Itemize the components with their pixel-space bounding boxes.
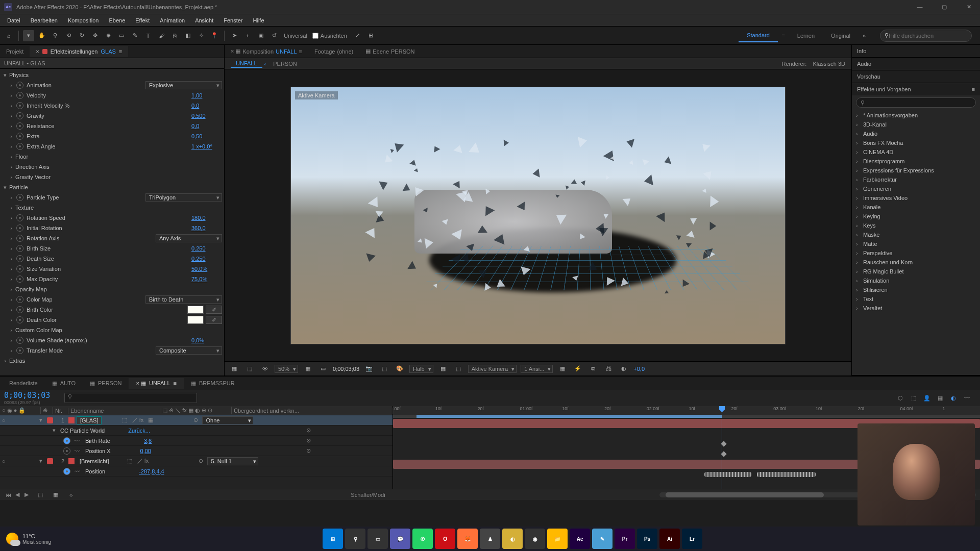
- swatch-birth-color[interactable]: [187, 306, 204, 314]
- taskbar-app-ae[interactable]: Ae: [570, 529, 590, 549]
- draft-3d-icon[interactable]: ⬚: [909, 393, 919, 403]
- draft-icon[interactable]: ⬚: [453, 363, 464, 374]
- stopwatch-icon[interactable]: [16, 112, 23, 119]
- motion-blur-icon[interactable]: ◐: [948, 393, 959, 403]
- workspace-standard[interactable]: Standard: [739, 29, 778, 42]
- effects-category[interactable]: CINEMA 4D: [852, 147, 980, 157]
- menu-animation[interactable]: Animation: [155, 16, 190, 25]
- pixel-aspect-icon[interactable]: ▦: [557, 363, 568, 374]
- menu-ebene[interactable]: Ebene: [104, 16, 130, 25]
- snapshot-icon[interactable]: 📷: [363, 363, 375, 374]
- clone-tool[interactable]: ⎘: [169, 30, 180, 41]
- effect-reset[interactable]: Zurück...: [128, 428, 150, 434]
- stopwatch-icon[interactable]: [16, 235, 23, 242]
- menu-bearbeiten[interactable]: Bearbeiten: [26, 16, 63, 25]
- taskbar-app-ps[interactable]: Ps: [637, 529, 657, 549]
- visibility-toggle[interactable]: ○: [0, 458, 7, 464]
- preview-frame[interactable]: Aktive Kamera: [290, 87, 786, 344]
- expand-icon[interactable]: ▾: [38, 417, 44, 423]
- prev-frame-button[interactable]: ◀: [13, 491, 21, 499]
- tab-auto[interactable]: ▦ AUTO: [45, 378, 83, 389]
- tab-composition[interactable]: × ▦ Komposition UNFALL ≡: [227, 46, 306, 56]
- workspace-lernen[interactable]: Lernen: [789, 30, 823, 42]
- effects-category[interactable]: Boris FX Mocha: [852, 138, 980, 147]
- alpha-icon[interactable]: ▦: [229, 363, 240, 374]
- effects-category[interactable]: Immersives Video: [852, 193, 980, 203]
- workspace-original[interactable]: Original: [823, 30, 859, 42]
- channel-icon[interactable]: ⬚: [244, 363, 255, 374]
- stopwatch-icon[interactable]: [16, 194, 23, 201]
- graph-editor-icon[interactable]: 〰: [962, 393, 972, 403]
- effects-category[interactable]: Generieren: [852, 184, 980, 193]
- expand-icon[interactable]: ▾: [38, 458, 44, 464]
- shy-icon[interactable]: 👤: [922, 393, 932, 403]
- stopwatch-icon[interactable]: [16, 265, 23, 272]
- taskbar-app-app2[interactable]: ◐: [502, 529, 523, 549]
- effects-category[interactable]: Stilisieren: [852, 285, 980, 294]
- guide-icon[interactable]: ▭: [317, 363, 329, 374]
- pen-tool[interactable]: ✎: [129, 30, 140, 41]
- effects-category[interactable]: RG Magic Bullet: [852, 267, 980, 276]
- orbit-tool[interactable]: ⟲: [63, 30, 74, 41]
- schalter-modi-toggle[interactable]: Schalter/Modi: [351, 492, 385, 498]
- timeline-search[interactable]: ⚲: [64, 393, 197, 403]
- taskbar-app-explorer[interactable]: 📁: [547, 529, 568, 549]
- minimize-button[interactable]: —: [913, 4, 927, 10]
- group-opacity-map[interactable]: Opacity Map: [14, 286, 47, 292]
- stopwatch-icon[interactable]: [63, 437, 70, 444]
- current-timecode[interactable]: 0;00;03;03: [4, 391, 50, 400]
- value-extra-angle[interactable]: 1 x+0,0°: [191, 143, 222, 149]
- group-extras[interactable]: Extras: [8, 358, 25, 364]
- expand-icon[interactable]: ›: [8, 286, 14, 292]
- value-resistance[interactable]: 0,0: [191, 123, 222, 129]
- fast-preview-icon[interactable]: ⚡: [572, 363, 583, 374]
- layer-switches[interactable]: ⬚ ／ fx: [127, 457, 188, 465]
- eraser-tool[interactable]: ◧: [182, 30, 193, 41]
- stopwatch-icon[interactable]: [16, 296, 23, 303]
- menu-fenster[interactable]: Fenster: [218, 16, 248, 25]
- taskbar-app-start[interactable]: ⊞: [323, 529, 343, 549]
- comp-flowchart-icon[interactable]: ⬡: [895, 393, 905, 403]
- cycle-tool[interactable]: ↺: [268, 30, 280, 41]
- toggle-switches-icon[interactable]: ⬚: [35, 489, 46, 500]
- expand-icon[interactable]: ▾: [2, 72, 8, 79]
- stopwatch-icon[interactable]: [63, 447, 70, 455]
- comp-tab-person[interactable]: PERSON: [268, 60, 302, 68]
- prop-birth-rate-row[interactable]: 〰 Birth Rate 3,6 ⊙: [0, 436, 393, 446]
- effects-category[interactable]: Rauschen und Korn: [852, 258, 980, 267]
- work-area[interactable]: [416, 415, 722, 418]
- stopwatch-icon[interactable]: [63, 468, 70, 475]
- mask-icon[interactable]: 👁: [259, 363, 271, 374]
- menu-ansicht[interactable]: Ansicht: [190, 16, 218, 25]
- first-frame-button[interactable]: ⏮: [4, 491, 12, 499]
- expand-icon[interactable]: ›: [8, 205, 14, 211]
- effects-category[interactable]: Matte: [852, 239, 980, 248]
- parent-dropdown[interactable]: Ohne: [202, 416, 253, 424]
- dropdown-animation[interactable]: Explosive: [145, 81, 222, 89]
- tab-renderliste[interactable]: Renderliste: [2, 378, 45, 388]
- 3d-icon[interactable]: ▦: [437, 363, 449, 374]
- selection-tool[interactable]: ▾: [23, 30, 34, 41]
- stopwatch-icon[interactable]: [16, 316, 23, 323]
- dropdown-color-map[interactable]: Birth to Death: [145, 295, 222, 304]
- color-mgmt-icon[interactable]: 🎨: [394, 363, 405, 374]
- effects-search-input[interactable]: [861, 99, 971, 106]
- group-texture[interactable]: Texture: [14, 205, 34, 211]
- expand-icon[interactable]: ▾: [51, 427, 57, 434]
- effects-category[interactable]: Kanäle: [852, 203, 980, 212]
- snap-grid-tool[interactable]: ⊞: [365, 30, 377, 41]
- expand-icon[interactable]: ▾: [2, 184, 8, 191]
- value-velocity[interactable]: 1,00: [191, 92, 222, 98]
- effects-category[interactable]: Dienstprogramm: [852, 157, 980, 166]
- layer-switches[interactable]: ⬚ ／ fx ▦: [122, 416, 183, 424]
- text-tool[interactable]: T: [142, 30, 154, 41]
- region-icon[interactable]: ⬚: [379, 363, 390, 374]
- group-physics[interactable]: Physics: [8, 72, 29, 78]
- play-button[interactable]: ▶: [22, 491, 31, 499]
- effects-category[interactable]: Farbkorrektur: [852, 175, 980, 184]
- effects-category[interactable]: Verzerrung: [852, 313, 980, 314]
- mask-tool[interactable]: ▣: [255, 30, 266, 41]
- taskbar-app-search[interactable]: ⚲: [345, 529, 365, 549]
- keyframe-strip[interactable]: [704, 472, 751, 477]
- prop-value[interactable]: 0,00: [140, 448, 171, 454]
